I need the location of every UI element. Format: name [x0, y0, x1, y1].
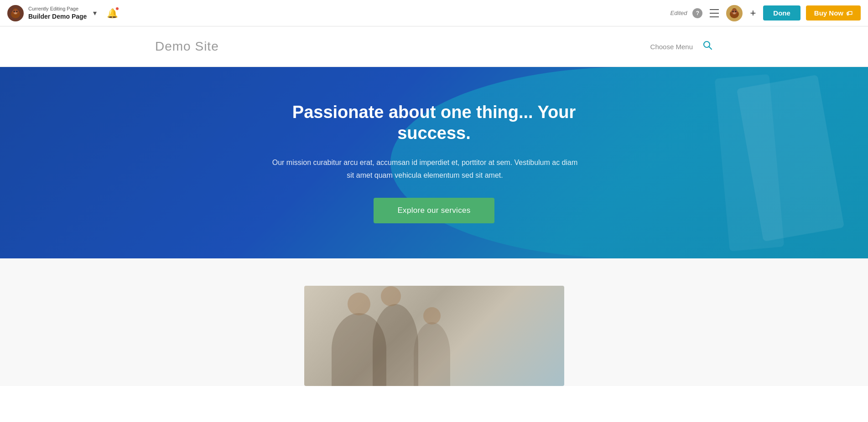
- beaver-logo: [7, 5, 24, 21]
- svg-point-3: [16, 10, 18, 12]
- plus-icon: +: [750, 7, 756, 19]
- svg-point-8: [735, 10, 737, 12]
- tag-icon: 🏷: [846, 10, 852, 17]
- admin-bar: Currently Editing Page Builder Demo Page…: [0, 0, 868, 26]
- edited-status: Edited: [670, 10, 687, 16]
- site-title: Demo Site: [155, 39, 219, 54]
- head-shape-2: [381, 286, 401, 306]
- admin-bar-right: Edited ? + Done: [670, 5, 861, 21]
- notification-dot: [115, 7, 119, 10]
- explore-services-button[interactable]: Explore our services: [374, 198, 494, 223]
- search-button[interactable]: [702, 40, 713, 53]
- svg-point-4: [14, 12, 17, 14]
- add-button[interactable]: +: [748, 6, 758, 20]
- head-shape-3: [423, 307, 441, 324]
- person-silhouette-2: [373, 304, 418, 386]
- team-photo: [304, 286, 564, 386]
- chevron-down-icon: ▾: [93, 9, 97, 17]
- hero-content: Passionate about one thing... Your succe…: [261, 75, 608, 251]
- hero-section: Passionate about one thing... Your succe…: [0, 67, 868, 258]
- hamburger-line: [710, 13, 719, 14]
- svg-point-2: [14, 10, 15, 12]
- page-selector-chevron[interactable]: ▾: [91, 7, 99, 19]
- currently-editing-text: Currently Editing Page: [28, 5, 87, 12]
- buy-now-label: Buy Now: [814, 9, 843, 17]
- person-silhouette-3: [414, 322, 450, 386]
- page-name-text: Builder Demo Page: [28, 12, 87, 21]
- question-mark-icon: ?: [696, 10, 699, 16]
- site-header: Demo Site Choose Menu: [0, 26, 868, 67]
- hero-title: Passionate about one thing... Your succe…: [270, 102, 598, 144]
- svg-point-9: [733, 12, 736, 14]
- head-shape-1: [348, 293, 370, 315]
- hamburger-line: [710, 16, 719, 17]
- choose-menu-button[interactable]: Choose Menu: [650, 43, 693, 51]
- editing-label: Currently Editing Page Builder Demo Page: [28, 5, 87, 20]
- done-button[interactable]: Done: [763, 5, 800, 21]
- below-hero-section: [0, 258, 868, 386]
- search-icon: [702, 40, 713, 53]
- svg-point-7: [733, 10, 734, 12]
- svg-line-11: [709, 47, 712, 50]
- beaver-avatar-button[interactable]: [726, 5, 743, 21]
- notification-bell-button[interactable]: 🔔: [103, 6, 122, 21]
- hamburger-line: [710, 9, 719, 10]
- admin-bar-left: Currently Editing Page Builder Demo Page…: [7, 5, 122, 21]
- help-button[interactable]: ?: [692, 8, 702, 18]
- hero-subtitle: Our mission curabitur arcu erat, accumsa…: [270, 156, 580, 181]
- menu-list-button[interactable]: [708, 6, 721, 20]
- header-nav: Choose Menu: [650, 40, 713, 53]
- buy-now-button[interactable]: Buy Now 🏷: [806, 5, 861, 21]
